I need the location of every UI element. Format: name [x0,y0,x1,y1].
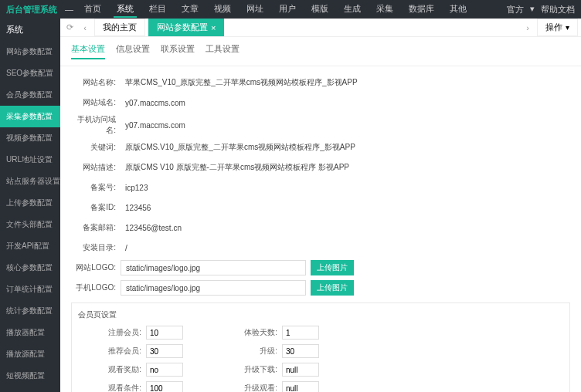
label-stats: 备案ID: [71,202,121,213]
member-section: 会员页设置 注册会员:体验天数:推荐会员:升级:观看奖励:升级下载:观看条件:升… [71,302,570,392]
mlbl-3-b: 升级观看: [237,383,277,392]
sidebar-item-3[interactable]: 采集参数配置 [0,106,60,127]
top-nav: 首页系统栏目文章视频网址用户模版生成采集数据库其他 [81,2,507,18]
main: ⟳ ‹ 我的主页 网站参数配置× › 操作 ▾ 基本设置信息设置联系设置工具设置… [60,19,581,392]
top-right: 官方 ▾ 帮助文档 [507,4,575,15]
input-logo[interactable] [121,260,306,275]
tab-home[interactable]: 我的主页 [94,19,145,36]
label-email: 备案邮箱: [71,222,121,233]
content: 网站名称:苹果CMS_V10_原版完整_二开苹果cms视频网站模板程序_影视AP… [60,66,581,392]
close-icon[interactable]: × [211,23,216,32]
mlbl-3-a: 观看条件: [101,383,141,392]
nav-item-5[interactable]: 网址 [243,2,267,18]
sidebar-item-4[interactable]: 视频参数配置 [0,127,60,149]
mlbl-1-b: 升级: [237,346,277,357]
tab-ops-button[interactable]: 操作 ▾ [537,19,578,36]
value-desc: 原版CMS V10 原版完整-二开苹果cms视频网站模板程序 影视APP [121,160,570,175]
logo: 后台管理系统 [6,4,57,15]
next-tab-icon[interactable]: › [522,22,534,34]
subtab-0[interactable]: 基本设置 [71,43,105,59]
mlbl-0-a: 注册会员: [101,327,141,338]
sidebar-item-5[interactable]: URL地址设置 [0,149,60,171]
nav-item-0[interactable]: 首页 [81,2,104,18]
label-domain: 网站域名: [71,97,121,108]
value-sitename: 苹果CMS_V10_原版完整_二开苹果cms视频网站模板程序_影视APP [121,75,570,90]
input-mlogo[interactable] [121,280,306,296]
label-desc: 网站描述: [71,162,121,173]
sidebar-item-12[interactable]: 统计参数配置 [0,300,60,322]
sidebar-item-9[interactable]: 开发API配置 [0,235,60,257]
mlbl-0-b: 体验天数: [237,327,277,338]
nav-item-6[interactable]: 用户 [276,2,299,18]
refresh-icon[interactable]: ⟳ [63,22,76,34]
nav-item-7[interactable]: 模版 [308,2,331,18]
sidebar-item-15[interactable]: 短视频配置 [0,365,60,387]
value-email: 123456@test.cn [121,221,570,235]
sidebar-title: 系统 [0,19,60,41]
nav-item-9[interactable]: 采集 [373,2,396,18]
value-domain: y07.maccms.com [121,96,570,110]
label-install: 安装目录: [71,242,121,253]
label-mdomain: 手机访问域名: [71,114,121,136]
upload-mlogo-button[interactable]: 上传图片 [311,280,354,296]
subtab-1[interactable]: 信息设置 [116,43,150,59]
mlbl-2-b: 升级下载: [237,364,277,375]
sidebar-item-11[interactable]: 订单统计配置 [0,279,60,300]
topright-dropdown-icon[interactable]: ▾ [530,4,535,15]
minp-2-a[interactable] [146,363,183,377]
upload-logo-button[interactable]: 上传图片 [311,260,354,275]
sidebar-item-10[interactable]: 核心参数配置 [0,257,60,279]
subtab-2[interactable]: 联系设置 [161,43,195,59]
nav-item-8[interactable]: 生成 [341,2,364,18]
value-stats: 123456 [121,201,570,215]
mlbl-2-a: 观看奖励: [101,364,141,375]
label-sitename: 网站名称: [71,77,121,88]
value-keywords: 原版CMS.V10_原版完整_二开苹果cms视频网站模板程序_影视APP [121,140,570,155]
nav-item-10[interactable]: 数据库 [406,2,437,18]
topright-link-1[interactable]: 帮助文档 [541,4,575,15]
sub-tabs: 基本设置信息设置联系设置工具设置 [60,37,581,66]
sidebar-item-7[interactable]: 上传参数配置 [0,192,60,214]
sidebar-item-16[interactable]: 支付管理配置 [0,387,60,392]
subtab-3[interactable]: 工具设置 [206,43,240,59]
sidebar-item-1[interactable]: SEO参数配置 [0,63,60,84]
minp-3-b[interactable] [282,381,319,392]
minp-2-b[interactable] [282,363,319,377]
value-mdomain: y07.maccms.com [121,119,570,132]
tab-config[interactable]: 网站参数配置× [148,19,224,36]
nav-item-1[interactable]: 系统 [114,2,137,18]
sidebar-item-6[interactable]: 站点服务器设置 [0,171,60,192]
label-logo: 网站LOGO: [71,262,121,273]
nav-item-11[interactable]: 其他 [447,2,470,18]
sidebar: 系统 网站参数配置SEO参数配置会员参数配置采集参数配置视频参数配置URL地址设… [0,19,60,392]
topright-link-0[interactable]: 官方 [507,4,524,15]
minp-1-b[interactable] [282,344,319,358]
sidebar-item-8[interactable]: 文件头部配置 [0,214,60,235]
label-keywords: 关键词: [71,142,121,153]
minp-0-a[interactable] [146,326,183,340]
label-mlogo: 手机LOGO: [71,282,121,293]
minp-0-b[interactable] [282,326,319,340]
collapse-icon[interactable]: — [65,5,73,14]
nav-item-3[interactable]: 文章 [178,2,202,18]
topbar: 后台管理系统 — 首页系统栏目文章视频网址用户模版生成采集数据库其他 官方 ▾ … [0,0,581,19]
minp-1-a[interactable] [146,344,183,358]
sidebar-item-14[interactable]: 播放源配置 [0,343,60,365]
value-install: / [121,242,570,255]
sidebar-item-13[interactable]: 播放器配置 [0,322,60,343]
member-title: 会员页设置 [78,306,563,323]
sidebar-item-0[interactable]: 网站参数配置 [0,41,60,63]
nav-item-2[interactable]: 栏目 [146,2,169,18]
mlbl-1-a: 推荐会员: [101,346,141,357]
value-icp: icp123 [121,181,570,194]
prev-tab-icon[interactable]: ‹ [79,22,91,34]
tab-bar: ⟳ ‹ 我的主页 网站参数配置× › 操作 ▾ [60,19,581,37]
label-icp: 备案号: [71,182,121,193]
minp-3-a[interactable] [146,381,183,392]
sidebar-item-2[interactable]: 会员参数配置 [0,84,60,106]
nav-item-4[interactable]: 视频 [211,2,234,18]
